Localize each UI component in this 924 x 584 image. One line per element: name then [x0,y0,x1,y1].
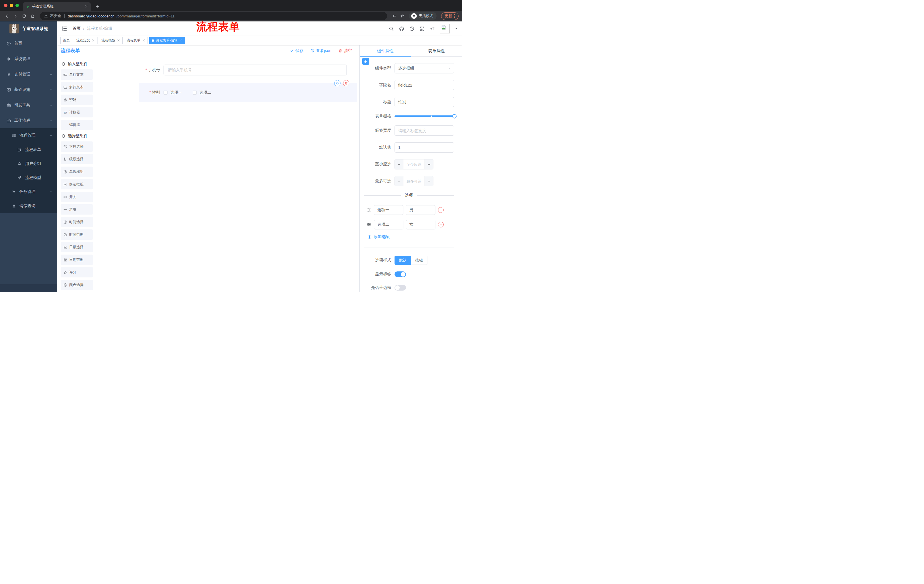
tab-close-icon[interactable] [84,5,88,8]
sidebar-item-system[interactable]: 系统管理 [0,51,57,67]
decrease-button[interactable] [395,176,403,186]
component-type-select[interactable] [394,63,454,73]
style-default-button[interactable]: 默认 [394,256,411,265]
close-window-button[interactable] [4,4,7,7]
palette-item-date-range[interactable]: 日期范围 [61,255,93,265]
drag-handle-icon[interactable] [366,222,371,227]
sidebar-item-home[interactable]: 首页 [0,36,57,51]
add-option-button[interactable]: 添加选项 [367,234,454,239]
sidebar-item-devtools[interactable]: 研发工具 [0,97,57,113]
show-label-toggle[interactable] [394,271,406,277]
field-name-input[interactable] [394,80,454,90]
palette-item-single-text[interactable]: 单行文本 [61,69,93,80]
palette-item-counter[interactable]: 计数器 [61,107,93,117]
tag-close-icon[interactable] [117,39,120,42]
sidebar-collapse-icon[interactable] [61,25,68,32]
canvas-field-phone[interactable]: 手机号 [139,64,357,76]
max-select-input[interactable] [403,176,424,186]
decrease-button[interactable] [395,160,403,169]
palette-item-slider[interactable]: 滑块 [61,204,93,215]
tag-close-icon[interactable] [179,39,182,42]
palette-item-color-picker[interactable]: 颜色选择 [61,280,93,290]
clear-button[interactable]: 清空 [338,48,352,53]
palette-item-date-picker[interactable]: 日期选择 [61,242,93,252]
gender-option-2[interactable]: 选项二 [193,90,211,95]
palette-item-multi-text[interactable]: 多行文本 [61,82,93,92]
new-tab-button[interactable] [94,3,101,10]
palette-item-switch[interactable]: 开关 [61,192,93,202]
min-select-input[interactable] [403,160,424,169]
select-value[interactable] [394,63,454,73]
bookmark-button[interactable] [399,13,405,19]
slider-handle[interactable] [452,114,457,118]
sidebar-item-workflow[interactable]: 工作流程 [0,113,57,128]
palette-item-rate[interactable]: 评分 [61,267,93,277]
view-json-button[interactable]: 查看json [310,48,332,53]
canvas-field-gender-selected[interactable]: 性别 选项一 选项二 [139,83,357,102]
tag-home[interactable]: 首页 [60,37,72,44]
sidebar-item-leave-query[interactable]: 请假查询 [0,199,57,213]
gender-option-1[interactable]: 选项一 [163,90,182,95]
avatar-caret-icon[interactable] [455,27,458,30]
browser-tab[interactable]: 芋道管理系统 [23,2,91,11]
home-button[interactable] [29,13,36,20]
phone-input[interactable] [163,64,347,76]
option-1-label-input[interactable] [374,205,403,215]
help-icon[interactable] [409,26,414,31]
font-size-icon[interactable] [430,26,435,31]
checkbox[interactable] [163,90,168,95]
palette-item-radio-group[interactable]: 单选框组 [61,166,93,177]
border-toggle[interactable] [394,285,406,291]
avatar[interactable] [440,24,450,33]
option-1-value-input[interactable] [406,205,436,215]
option-2-value-input[interactable] [406,220,436,229]
github-icon[interactable] [399,26,404,31]
style-button-button[interactable]: 按钮 [411,256,427,265]
save-button[interactable]: 保存 [290,48,303,53]
sidebar-logo[interactable]: 芋道管理系统 [0,21,57,36]
tab-component-props[interactable]: 组件属性 [360,45,411,56]
minimize-window-button[interactable] [10,4,13,7]
search-icon[interactable] [389,26,394,31]
checkbox[interactable] [193,90,197,95]
palette-item-time-picker[interactable]: 时间选择 [61,217,93,227]
palette-item-checkbox-group[interactable]: 多选框组 [61,179,93,189]
palette-item-time-range[interactable]: 时间范围 [61,229,93,240]
tag-close-icon[interactable] [142,39,145,42]
palette-item-select[interactable]: 下拉选择 [61,141,93,152]
sidebar-item-payment[interactable]: 支付管理 [0,67,57,82]
sidebar-item-process-form[interactable]: 流程表单 [0,143,57,156]
grid-slider[interactable] [394,115,454,117]
reload-button[interactable] [21,13,28,20]
delete-field-button[interactable] [343,80,349,86]
tag-process-form[interactable]: 流程表单 [124,37,148,44]
password-key-button[interactable] [391,13,398,19]
increase-button[interactable] [424,176,433,186]
sidebar-item-process-manager[interactable]: 流程管理 [0,128,57,143]
drag-handle-icon[interactable] [366,207,371,212]
sidebar-item-user-group[interactable]: 用户分组 [0,156,57,171]
option-2-label-input[interactable] [374,220,403,229]
maximize-window-button[interactable] [15,4,19,7]
sidebar-item-infrastructure[interactable]: 基础设施 [0,82,57,97]
duplicate-field-button[interactable] [334,80,340,86]
remove-option-button[interactable] [438,222,444,227]
palette-item-editor[interactable]: 编辑器 [61,120,93,130]
remove-option-button[interactable] [438,207,444,213]
fullscreen-icon[interactable] [419,26,425,31]
sidebar-item-task-manager[interactable]: 任务管理 [0,184,57,199]
title-input[interactable] [394,97,454,107]
palette-item-cascader[interactable]: 级联选择 [61,154,93,164]
browser-update-button[interactable]: 更新 [441,12,459,20]
default-value-input[interactable] [394,142,454,153]
breadcrumb-home[interactable]: 首页 [73,26,81,31]
palette-item-password[interactable]: 密码 [61,95,93,105]
sidebar-item-process-model[interactable]: 流程模型 [0,171,57,184]
address-bar[interactable]: 不安全 dashboard.yudao.iocoder.cn/bpm/manag… [40,12,387,20]
form-canvas[interactable]: 手机号 性别 选项一 [131,56,360,292]
tag-close-icon[interactable] [92,39,95,42]
label-width-input[interactable] [394,125,454,136]
tag-process-model[interactable]: 流程模型 [99,37,123,44]
increase-button[interactable] [424,160,433,169]
tag-process-form-edit[interactable]: 流程表单-编辑 [149,37,185,44]
